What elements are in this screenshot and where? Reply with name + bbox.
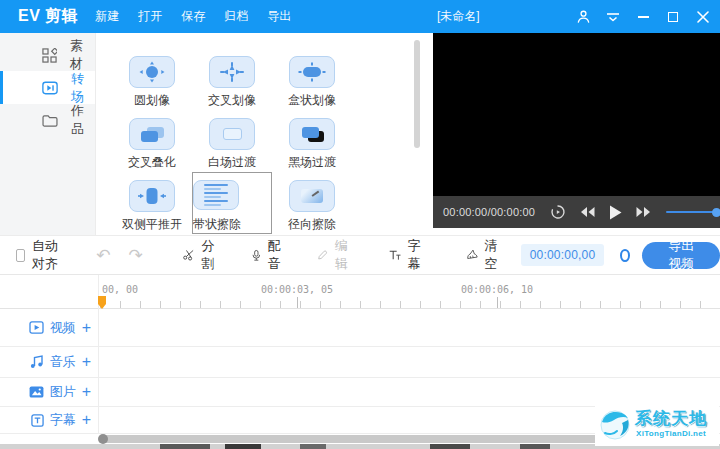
timeline-ruler[interactable]: 00, 00 00:00:03, 05 00:00:06, 10 xyxy=(0,275,720,309)
add-music-button[interactable]: 音乐 + xyxy=(0,347,99,377)
box-wipe-icon xyxy=(297,61,327,83)
subtitle-button[interactable]: 字幕 xyxy=(389,237,426,273)
sidebar-item-transitions[interactable]: 转场 xyxy=(0,71,95,104)
watermark-title: 系统天地 xyxy=(635,410,707,427)
plus-icon[interactable]: + xyxy=(82,412,91,428)
menu-archive[interactable]: 归档 xyxy=(224,8,248,25)
ruler-ticks xyxy=(100,301,720,308)
play-icon[interactable] xyxy=(609,205,622,220)
transition-label: 带状擦除 xyxy=(193,216,241,233)
fast-forward-icon[interactable] xyxy=(635,206,652,218)
playback-controls: 00:00:00/00:00:00 xyxy=(433,196,720,228)
clear-button[interactable]: 清空 xyxy=(466,237,503,273)
menu-new[interactable]: 新建 xyxy=(95,8,119,25)
menu-save[interactable]: 保存 xyxy=(181,8,205,25)
transition-radial-wipe[interactable]: 径向擦除 xyxy=(272,172,352,234)
split-button[interactable]: 分割 xyxy=(183,237,220,273)
transition-cross-wipe[interactable]: 交叉划像 xyxy=(192,48,272,110)
add-image-button[interactable]: 图片 + xyxy=(0,378,99,406)
menu-open[interactable]: 打开 xyxy=(138,8,162,25)
track-label: 字幕 xyxy=(50,411,76,429)
app-logo: EV 剪辑 xyxy=(18,6,78,27)
loop-icon[interactable] xyxy=(550,204,566,220)
image-track-icon xyxy=(29,386,44,398)
auto-align-checkbox[interactable]: 自动对齐 xyxy=(16,237,65,273)
main-menu: 新建 打开 保存 归档 导出 xyxy=(95,8,291,25)
transition-band-wipe[interactable]: 带状擦除 xyxy=(192,172,272,234)
dub-button[interactable]: 配音 xyxy=(252,237,285,273)
folder-icon xyxy=(42,114,58,127)
sidebar-item-works[interactable]: 作品 xyxy=(0,104,95,136)
track-row-video: 视频 + xyxy=(0,309,720,347)
split-label: 分割 xyxy=(202,237,220,273)
undo-icon[interactable]: ↶ xyxy=(96,245,110,265)
close-button[interactable] xyxy=(695,9,711,25)
user-icon[interactable] xyxy=(575,9,591,25)
menu-dropdown-icon[interactable] xyxy=(605,9,621,25)
redo-icon[interactable]: ↷ xyxy=(128,245,142,265)
transition-label: 圆划像 xyxy=(134,92,170,109)
sidebar-item-label: 素材 xyxy=(70,37,95,73)
maximize-button[interactable] xyxy=(665,9,681,25)
globe-logo-icon xyxy=(597,406,633,442)
plus-icon[interactable]: + xyxy=(82,354,91,370)
edit-label: 编辑 xyxy=(335,237,353,273)
export-video-button[interactable]: 导出视频 xyxy=(642,242,720,269)
pen-icon xyxy=(317,247,328,263)
transitions-panel: 圆划像 交叉划像 盒状划像 交叉叠化 白场过渡 黑场过渡 xyxy=(96,33,433,235)
status-ring-icon xyxy=(620,249,630,262)
subtitle-label: 字幕 xyxy=(408,237,426,273)
video-track-icon xyxy=(29,321,44,334)
ev-editor-window: EV 剪辑 新建 打开 保存 归档 导出 [未命名] 素材 xyxy=(0,0,720,449)
scissors-icon xyxy=(183,247,195,263)
transition-box-wipe[interactable]: 盒状划像 xyxy=(272,48,352,110)
edit-toolbar: 自动对齐 ↶ ↷ 分割 配音 编辑 字幕 清空 00:00:00,00 导出视频 xyxy=(0,235,720,275)
transition-label: 径向擦除 xyxy=(288,216,336,233)
plus-icon[interactable]: + xyxy=(82,384,91,400)
sidebar: 素材 转场 作品 xyxy=(0,33,96,235)
timeline-hscrollbar-knob[interactable] xyxy=(98,434,108,444)
checkbox-box[interactable] xyxy=(16,249,25,262)
plus-icon[interactable]: + xyxy=(82,320,91,336)
volume-slider[interactable] xyxy=(666,208,720,217)
sidebar-item-material[interactable]: 素材 xyxy=(0,39,95,71)
window-controls xyxy=(575,0,720,33)
transition-black-fade[interactable]: 黑场过渡 xyxy=(272,110,352,172)
watermark: 系统天地 XiTongTianDi.net xyxy=(595,402,719,446)
music-lane[interactable] xyxy=(99,347,720,377)
minimize-button[interactable] xyxy=(635,9,651,25)
track-label: 图片 xyxy=(50,383,76,401)
dub-label: 配音 xyxy=(267,237,284,273)
video-lane[interactable] xyxy=(99,309,720,346)
clear-label: 清空 xyxy=(485,237,503,273)
sidebar-item-label: 转场 xyxy=(71,70,95,106)
playback-timecode: 00:00:00/00:00:00 xyxy=(443,206,535,218)
watermark-site: XiTongTianDi.net xyxy=(636,430,706,438)
music-track-icon xyxy=(30,355,44,369)
transition-push-open[interactable]: 双侧平推开 xyxy=(112,172,192,234)
transition-cross-dissolve[interactable]: 交叉叠化 xyxy=(112,110,192,172)
ruler-label: 00, 00 xyxy=(102,284,138,295)
add-video-button[interactable]: 视频 + xyxy=(0,309,99,346)
rewind-icon[interactable] xyxy=(579,206,596,218)
white-fade-icon xyxy=(223,128,242,140)
menu-export[interactable]: 导出 xyxy=(267,8,291,25)
timecode-field[interactable]: 00:00:00,00 xyxy=(521,244,605,266)
volume-knob[interactable] xyxy=(712,208,720,217)
ruler-label: 00:00:03, 05 xyxy=(261,284,333,295)
transition-label: 黑场过渡 xyxy=(288,154,336,171)
transition-circle-wipe[interactable]: 圆划像 xyxy=(112,48,192,110)
subtitle-track-icon xyxy=(31,414,44,427)
transition-white-fade[interactable]: 白场过渡 xyxy=(192,110,272,172)
text-icon xyxy=(389,248,401,263)
broom-icon xyxy=(466,247,478,263)
document-title: [未命名] xyxy=(437,0,480,33)
edit-button[interactable]: 编辑 xyxy=(317,237,353,273)
ruler-left-spacer xyxy=(0,275,99,309)
track-label: 音乐 xyxy=(50,353,76,371)
add-subtitle-button[interactable]: 字幕 + xyxy=(0,407,99,433)
transition-label: 双侧平推开 xyxy=(122,216,182,233)
transitions-grid: 圆划像 交叉划像 盒状划像 交叉叠化 白场过渡 黑场过渡 xyxy=(112,48,352,234)
panel-scrollbar[interactable] xyxy=(414,40,420,148)
radial-wipe-icon xyxy=(301,189,323,203)
